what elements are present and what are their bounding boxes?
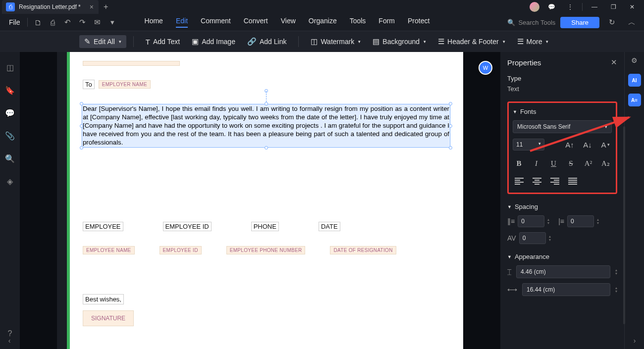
superscript-button[interactable]: A² xyxy=(582,157,594,170)
print-icon[interactable]: ⎙ xyxy=(47,16,59,28)
undo-icon[interactable]: ↶ xyxy=(62,16,74,28)
label-employee-id[interactable]: EMPLOYEE ID xyxy=(163,222,212,231)
mail-icon[interactable]: ✉ xyxy=(92,16,104,28)
ph-phone[interactable]: EMPLOYEE PHONE NUMBER xyxy=(226,246,306,254)
add-image-button[interactable]: ▣Add Image xyxy=(187,35,240,48)
nav-prev-icon[interactable]: ‹ xyxy=(4,335,15,346)
body-text[interactable]: Dear [Supervisor's Name], I hope this em… xyxy=(83,105,449,147)
properties-panel: Properties ✕ Type Text ▼Fonts Microsoft … xyxy=(500,52,644,349)
thumbnails-icon[interactable]: ◫ xyxy=(4,62,15,73)
ai-assistant-icon[interactable]: W xyxy=(479,61,492,75)
menu-comment[interactable]: Comment xyxy=(201,17,231,28)
search-rail-icon[interactable]: 🔍 xyxy=(4,153,15,164)
bookmarks-icon[interactable]: 🔖 xyxy=(4,85,15,96)
spinner[interactable]: ▴▾ xyxy=(547,218,549,225)
closing-text[interactable]: Best wishes, xyxy=(83,294,124,304)
edit-all-button[interactable]: ✎Edit All▾ xyxy=(79,35,126,48)
width-icon: ⌶ xyxy=(507,268,511,276)
close-properties-icon[interactable]: ✕ xyxy=(611,58,617,67)
menu-convert[interactable]: Convert xyxy=(244,17,268,28)
italic-button[interactable]: I xyxy=(530,157,542,170)
height-input[interactable] xyxy=(522,283,610,296)
file-menu[interactable]: File xyxy=(5,18,24,26)
add-link-button[interactable]: 🔗Add Link xyxy=(242,35,291,48)
increase-size-icon[interactable]: A↑ xyxy=(563,138,576,151)
spinner[interactable]: ▴▾ xyxy=(615,286,617,293)
employer-placeholder[interactable]: EMPLOYER NAME xyxy=(99,80,151,89)
header-footer-button[interactable]: ☰Header & Footer▾ xyxy=(433,35,510,48)
font-color-icon[interactable]: A▾ xyxy=(599,138,612,151)
nav-next-icon[interactable]: › xyxy=(629,335,640,346)
underline-button[interactable]: U xyxy=(547,157,560,170)
comments-icon[interactable]: 💬 xyxy=(4,107,15,118)
av-spacing-input[interactable] xyxy=(519,232,546,244)
font-family-select[interactable]: Microsoft Sans Serif▾ xyxy=(513,120,612,133)
settings-icon[interactable]: ⚙ xyxy=(628,54,641,67)
align-left-button[interactable] xyxy=(513,176,526,187)
menu-edit[interactable]: Edit xyxy=(176,17,188,28)
close-tab-icon[interactable]: × xyxy=(90,3,94,11)
menu-form[interactable]: Form xyxy=(378,17,395,28)
ai-translate-icon[interactable]: A≡ xyxy=(628,94,641,106)
char-spacing-icon: |≡ xyxy=(558,217,564,225)
signature-placeholder[interactable]: SIGNATURE xyxy=(83,310,134,326)
collapse-icon[interactable]: ︿ xyxy=(626,16,638,28)
spinner[interactable]: ▴▾ xyxy=(549,235,551,242)
line-spacing-input[interactable] xyxy=(518,215,544,227)
save-icon[interactable]: 🗋 xyxy=(32,16,44,28)
add-text-button[interactable]: TAdd Text xyxy=(141,36,185,48)
strikethrough-button[interactable]: S xyxy=(565,157,577,170)
add-tab-icon[interactable]: + xyxy=(104,2,108,11)
menu-tools[interactable]: Tools xyxy=(350,17,366,28)
more-icon[interactable]: ⋮ xyxy=(563,1,577,12)
spinner[interactable]: ▴▾ xyxy=(615,268,617,275)
watermark-button[interactable]: ◫Watermark▾ xyxy=(306,35,366,48)
chat-icon[interactable]: 💬 xyxy=(544,1,558,12)
bold-button[interactable]: B xyxy=(513,157,525,170)
selected-text-box[interactable]: Dear [Supervisor's Name], I hope this em… xyxy=(82,104,450,148)
maximize-icon[interactable]: ❐ xyxy=(606,1,620,12)
spinner[interactable]: ▴▾ xyxy=(597,218,599,225)
menu-home[interactable]: Home xyxy=(145,17,163,28)
attachments-icon[interactable]: 📎 xyxy=(4,130,15,141)
close-window-icon[interactable]: ✕ xyxy=(625,1,639,12)
share-button[interactable]: Share xyxy=(560,17,599,28)
search-icon: 🔍 xyxy=(507,19,515,26)
ph-date[interactable]: DATE OF RESIGNATION xyxy=(330,246,396,254)
label-date[interactable]: DATE xyxy=(319,222,340,231)
subscript-button[interactable]: A₂ xyxy=(599,157,612,170)
char-spacing-input[interactable] xyxy=(567,215,594,227)
spacing-collapse[interactable]: ▼Spacing xyxy=(507,203,617,210)
background-button[interactable]: ▤Background▾ xyxy=(368,35,431,48)
ai-icon[interactable]: AI xyxy=(628,74,641,87)
fonts-collapse[interactable]: ▼Fonts xyxy=(513,108,612,115)
properties-title: Properties xyxy=(507,58,541,67)
page[interactable]: To EMPLOYER NAME Dear [Supervisor's Name… xyxy=(67,52,463,349)
width-input[interactable] xyxy=(516,265,610,278)
cloud-icon[interactable]: ↻ xyxy=(606,16,618,28)
ph-emp-id[interactable]: EMPLOYEE ID xyxy=(160,246,202,254)
align-justify-button[interactable] xyxy=(566,176,579,187)
font-size-select[interactable]: 11▾ xyxy=(513,139,544,150)
document-tab[interactable]: ⎙ Resignation Letter.pdf * × xyxy=(2,0,99,14)
label-phone[interactable]: PHONE xyxy=(251,222,279,231)
ph-emp-name[interactable]: EMPLOYEE NAME xyxy=(83,246,135,254)
scrollbar[interactable] xyxy=(623,126,625,324)
search-tools[interactable]: 🔍 Search Tools xyxy=(507,19,555,26)
redo-icon[interactable]: ↷ xyxy=(77,16,89,28)
avatar[interactable] xyxy=(530,2,539,12)
dropdown-icon[interactable]: ▾ xyxy=(107,16,118,28)
align-right-button[interactable] xyxy=(548,176,561,187)
align-center-button[interactable] xyxy=(531,176,543,187)
minimize-icon[interactable]: — xyxy=(588,1,601,12)
to-label[interactable]: To xyxy=(83,80,95,89)
menu-protect[interactable]: Protect xyxy=(408,17,429,28)
menu-view[interactable]: View xyxy=(281,17,296,28)
more-button[interactable]: ☰More▾ xyxy=(512,35,554,48)
layers-icon[interactable]: ◈ xyxy=(4,176,15,187)
decrease-size-icon[interactable]: A↓ xyxy=(581,138,594,151)
fonts-section-highlighted: ▼Fonts Microsoft Sans Serif▾ 11▾ A↑ A↓ A… xyxy=(507,101,617,194)
menu-organize[interactable]: Organize xyxy=(309,17,337,28)
label-employee[interactable]: EMPLOYEE xyxy=(83,222,123,231)
appearance-collapse[interactable]: ▼Appearance xyxy=(507,253,617,260)
